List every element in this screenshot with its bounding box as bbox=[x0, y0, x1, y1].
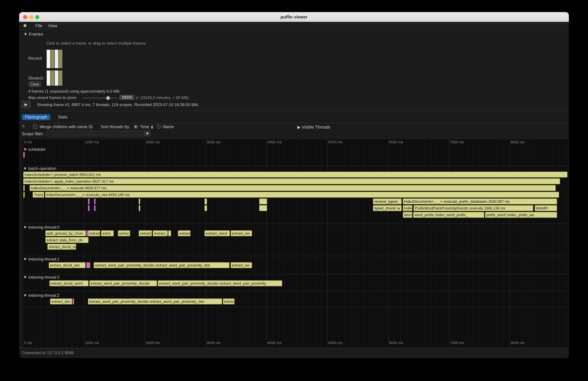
titlebar[interactable]: puffin viewer bbox=[19, 12, 569, 22]
scope-bar[interactable]: extract_word bbox=[204, 230, 230, 236]
scope-bar[interactable]: extract_docid_wor bbox=[48, 262, 85, 268]
scope-bar[interactable]: WordPr bbox=[534, 205, 557, 211]
frames-section-header[interactable]: ▼ Frames bbox=[23, 32, 43, 37]
scope-bar[interactable]: prefix_word::index_prefix_wo bbox=[485, 212, 557, 218]
sort-time-label[interactable]: Time bbox=[140, 125, 149, 129]
scope-bar[interactable]: extract_docid_wor bbox=[47, 244, 76, 250]
clear-filter-button[interactable]: ✖ bbox=[144, 130, 150, 136]
scope-bar[interactable]: IndexDocuments<_, _>::execute_raw 8459.1… bbox=[45, 192, 559, 198]
frame-thumbnail-bar[interactable] bbox=[55, 70, 58, 85]
scope-bar[interactable] bbox=[94, 198, 96, 204]
flamegraph-canvas[interactable]: 0 ms0 ms1000 ms1000 ms2000 ms2000 ms3000… bbox=[22, 139, 568, 347]
scope-bar[interactable]: extract_word_pair_proximity_docids bbox=[89, 280, 157, 286]
scope-bar[interactable]: extract bbox=[178, 230, 191, 236]
menu-file[interactable]: File bbox=[35, 23, 42, 28]
frame-thumbnail-bar[interactable] bbox=[51, 70, 54, 85]
scope-bar[interactable]: IndexDocuments<_, _>::execute 8656.677 m… bbox=[30, 185, 556, 191]
frame-thumbnail-bar[interactable] bbox=[59, 70, 63, 85]
sort-name-label[interactable]: Name bbox=[163, 125, 174, 129]
scope-bar[interactable]: Trans bbox=[33, 192, 44, 198]
scope-bar[interactable]: extract_ bbox=[88, 230, 100, 236]
scope-bar[interactable]: extract_word_pair_proximity_docids::extr… bbox=[94, 262, 229, 268]
scope-bar[interactable]: receive_typed_ bbox=[373, 198, 402, 204]
zoom-button[interactable] bbox=[35, 15, 39, 19]
scope-bar[interactable]: IndexDocuments<_, _>::execute_prefix_dat… bbox=[402, 198, 557, 204]
help-button[interactable]: ? bbox=[22, 125, 24, 129]
recent-frames-thumbnail[interactable] bbox=[47, 50, 63, 68]
max-frames-slider-track[interactable] bbox=[82, 97, 117, 99]
frame-thumbnail-bar[interactable] bbox=[59, 50, 63, 68]
time-axis-label-top: 7000 ms bbox=[450, 140, 464, 144]
close-button[interactable] bbox=[23, 15, 27, 19]
scope-bar[interactable]: extract_word_pair_proximity_docids::extr… bbox=[88, 298, 222, 304]
frame-thumbnail-bar[interactable] bbox=[47, 70, 50, 85]
scope-bar[interactable]: typed_chunk::w bbox=[373, 205, 402, 211]
frame-thumbnail-bar[interactable] bbox=[55, 50, 58, 68]
tab-stats[interactable]: Stats bbox=[55, 114, 70, 120]
scope-bar[interactable] bbox=[72, 298, 74, 304]
scope-bar[interactable] bbox=[94, 205, 96, 211]
scope-bar[interactable] bbox=[168, 230, 171, 236]
scope-bar[interactable]: extrac bbox=[223, 298, 234, 304]
scope-bar[interactable] bbox=[139, 205, 140, 211]
scope-bar[interactable] bbox=[204, 205, 207, 211]
scope-bar[interactable]: IndexScheduler>::apply_index_operation 8… bbox=[23, 178, 560, 184]
scope-bar[interactable] bbox=[139, 198, 140, 204]
minimize-button[interactable] bbox=[29, 15, 33, 19]
thread-label-indexing-thread:2[interactable]: ▼ indexing-thread:2 bbox=[23, 293, 59, 298]
visible-threads-toggle[interactable]: ▶ Visible Threads bbox=[297, 125, 331, 129]
scope-bar[interactable] bbox=[23, 152, 25, 158]
scope-bar[interactable]: PrefixWordPairsProximityDocids::execute … bbox=[414, 205, 533, 211]
sort-time-radio[interactable] bbox=[134, 125, 138, 129]
scope-bar[interactable] bbox=[259, 205, 267, 211]
scope-bar[interactable] bbox=[89, 262, 90, 268]
scope-bar[interactable]: extract_wo bbox=[231, 262, 252, 268]
scope-bar[interactable]: extrac bbox=[118, 230, 130, 236]
play-button[interactable]: ▶ bbox=[21, 101, 31, 108]
sort-name-radio[interactable] bbox=[157, 125, 161, 129]
scope-bar[interactable]: IndexScheduler>::process_batch 8953.821 … bbox=[23, 171, 568, 178]
max-frames-slider-knob[interactable] bbox=[106, 96, 110, 100]
theme-toggle-icon[interactable]: ✱ bbox=[23, 23, 27, 28]
merge-children-label[interactable]: Merge children with same ID bbox=[40, 125, 93, 129]
thread-label-indexing-thread:1[interactable]: ▼ indexing-thread:1 bbox=[23, 257, 59, 261]
scope-bar[interactable] bbox=[204, 198, 207, 204]
scope-bar[interactable]: extract_ bbox=[139, 230, 152, 236]
thread-label-scheduler[interactable]: ▼ scheduler bbox=[23, 147, 46, 152]
scope-bar[interactable] bbox=[23, 192, 25, 198]
time-axis-label-bottom: 3000 ms bbox=[207, 341, 221, 345]
thread-label-batch-operation[interactable]: ▼ batch-operation bbox=[23, 166, 56, 171]
scope-bar[interactable]: extract_docid_word bbox=[49, 280, 89, 286]
scope-bar[interactable] bbox=[88, 198, 90, 204]
scope-bar[interactable]: extract::data_from_ob bbox=[45, 237, 89, 243]
slowest-frames-thumbnail[interactable] bbox=[47, 70, 63, 85]
scope-bar[interactable]: extract_wo bbox=[231, 230, 252, 236]
scope-filter-input[interactable] bbox=[46, 130, 143, 136]
merge-children-checkbox[interactable] bbox=[33, 125, 37, 129]
sort-direction-icon[interactable]: ⬇ bbox=[150, 125, 154, 129]
time-axis-label-top: 1000 ms bbox=[85, 140, 99, 144]
scope-bar[interactable]: Word bbox=[402, 212, 413, 218]
section-separator bbox=[22, 307, 568, 307]
scope-bar[interactable]: extract_ bbox=[153, 230, 168, 236]
scope-bar[interactable]: extract_doc bbox=[50, 298, 72, 304]
scope-bar[interactable]: word_prefix::index_word_prefix_ bbox=[413, 212, 484, 218]
clear-button[interactable]: Clear bbox=[28, 81, 41, 87]
scope-bar[interactable] bbox=[259, 198, 267, 204]
scope-bar[interactable]: split_grenad_by_chun bbox=[45, 230, 86, 236]
scope-bar[interactable]: extra bbox=[101, 230, 114, 236]
frame-thumbnail-bar[interactable] bbox=[51, 50, 54, 68]
frame-info: Showing frame #2, 8957.4 ms, 7 threads, … bbox=[37, 102, 199, 107]
thread-label-indexing-thread:3[interactable]: ▼ indexing-thread:3 bbox=[23, 275, 59, 280]
tab-flamegraph[interactable]: Flamegraph bbox=[22, 114, 50, 120]
thread-label-indexing-thread:0[interactable]: ▼ indexing-thread:0 bbox=[23, 225, 59, 230]
scope-bar[interactable]: extract_word_pair_proximity_docids::extr… bbox=[158, 280, 282, 286]
frame-thumbnail-bar[interactable] bbox=[47, 50, 50, 68]
time-axis-label-bottom: 5000 ms bbox=[328, 341, 342, 345]
scope-bar[interactable] bbox=[23, 185, 25, 191]
max-frames-value[interactable]: 18000 bbox=[119, 95, 135, 100]
menu-view[interactable]: View bbox=[48, 23, 57, 28]
connection-status: Connected to 127.0.0.1:8585 bbox=[22, 350, 74, 355]
scope-bar[interactable]: index bbox=[402, 205, 413, 211]
scope-bar[interactable] bbox=[88, 205, 90, 211]
